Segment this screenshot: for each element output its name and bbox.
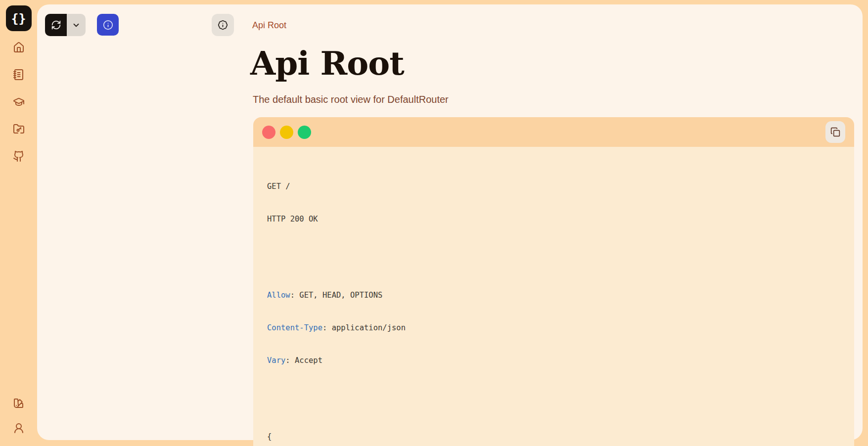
traffic-light-yellow-icon xyxy=(280,126,293,139)
status-line: HTTP 200 OK xyxy=(267,214,840,224)
page-title: Api Root xyxy=(250,45,404,83)
theme-switcher[interactable] xyxy=(13,397,25,409)
house-icon xyxy=(13,42,25,53)
header-allow: Allow: GET, HEAD, OPTIONS xyxy=(267,290,840,301)
sidebar-item-github[interactable] xyxy=(13,150,25,162)
sidebar-item-home[interactable] xyxy=(13,42,25,53)
header-content-type: Content-Type: application/json xyxy=(267,322,840,333)
account-menu[interactable] xyxy=(13,422,25,434)
http-response: GET / HTTP 200 OK Allow: GET, HEAD, OPTI… xyxy=(253,147,854,446)
request-line: GET / xyxy=(267,181,840,192)
badge-info-icon xyxy=(218,20,228,30)
json-open: { xyxy=(267,431,840,442)
sidebar-item-tutorials[interactable] xyxy=(13,96,25,108)
copy-button[interactable] xyxy=(825,121,845,143)
terminal-header xyxy=(253,117,854,147)
traffic-light-green-icon xyxy=(298,126,311,139)
sidebar-item-api-keys[interactable] xyxy=(13,123,25,135)
refresh-icon xyxy=(51,20,61,30)
info-icon xyxy=(103,20,113,30)
blank-line xyxy=(267,246,840,257)
blank-line xyxy=(267,388,840,399)
chevron-down-icon xyxy=(72,21,81,30)
header-vary: Vary: Accept xyxy=(267,355,840,366)
braces-logo-icon: {} xyxy=(11,11,26,26)
user-round-icon xyxy=(13,422,25,434)
refresh-dropdown-button[interactable] xyxy=(67,14,86,36)
copy-icon xyxy=(830,127,840,137)
sidebar-footer xyxy=(13,397,25,434)
sidebar-item-docs[interactable] xyxy=(13,69,25,81)
page-subtitle: The default basic root view for DefaultR… xyxy=(253,94,449,105)
breadcrumb[interactable]: Api Root xyxy=(252,20,286,31)
github-icon xyxy=(13,150,25,162)
badge-info-button[interactable] xyxy=(212,14,234,36)
sidebar: {} xyxy=(0,0,37,446)
api-browser-page: { "page": { "breadcrumb": "Api Root", "t… xyxy=(0,0,868,446)
refresh-split-button[interactable] xyxy=(45,14,86,36)
swatch-book-icon xyxy=(13,397,25,409)
response-terminal: GET / HTTP 200 OK Allow: GET, HEAD, OPTI… xyxy=(253,117,854,446)
folder-key-icon xyxy=(13,123,25,135)
notebook-text-icon xyxy=(13,69,25,81)
traffic-light-red-icon xyxy=(262,126,275,139)
info-button[interactable] xyxy=(97,14,119,36)
graduation-cap-icon xyxy=(13,96,25,108)
app-logo[interactable]: {} xyxy=(6,5,32,31)
sidebar-nav xyxy=(13,42,25,162)
content-card: Api Root Api Root The default basic root… xyxy=(37,4,863,440)
refresh-button[interactable] xyxy=(45,14,67,36)
